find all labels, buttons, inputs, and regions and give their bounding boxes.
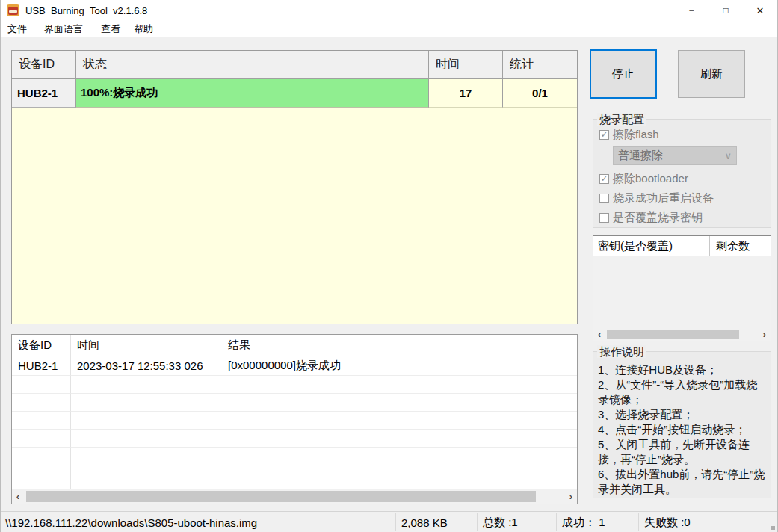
image-path: \\192.168.111.22\downloads\S805-uboot-hi…	[5, 512, 257, 532]
window-controls: − □ ✕	[674, 0, 777, 21]
title-bar: USB_Burning_Tool_v2.1.6.8 − □ ✕	[1, 0, 777, 21]
log-time-cell: 2023-03-17 12:55:33 026	[71, 356, 223, 376]
success-count: 成功： 1	[562, 512, 605, 532]
log-table-header: 设备ID 时间 结果	[12, 335, 577, 356]
reboot-after-success-row: 烧录成功后重启设备	[599, 191, 771, 205]
file-size: 2,088 KB	[401, 512, 448, 532]
instruction-line: 4、点击“开始”按钮启动烧录；	[598, 422, 767, 437]
instruction-line: 6、拔出外置hub前，请先“停止”烧录并关闭工具。	[598, 467, 767, 497]
scroll-left-icon[interactable]: ‹	[593, 328, 605, 341]
device-id-cell: HUB2-1	[12, 79, 76, 108]
key-table-header: 密钥(是否覆盖) 剩余数	[593, 236, 771, 256]
time-cell: 17	[429, 79, 503, 108]
erase-flash-checkbox[interactable]: ✓	[599, 130, 609, 140]
total-count: 总数 :1	[483, 512, 518, 532]
progress-bar-cell: 100%:烧录成功	[76, 79, 429, 108]
stop-button[interactable]: 停止	[590, 49, 657, 99]
menu-file[interactable]: 文件	[1, 21, 34, 37]
scroll-right-icon[interactable]: ›	[565, 490, 577, 503]
header-status: 状态	[76, 51, 429, 79]
log-device-id-cell: HUB2-1	[12, 356, 71, 376]
maximize-icon[interactable]: □	[708, 0, 743, 21]
key-table: 密钥(是否覆盖) 剩余数 ‹ ›	[593, 235, 771, 341]
minimize-icon[interactable]: −	[674, 0, 708, 21]
menu-view[interactable]: 查看	[94, 21, 127, 37]
overwrite-key-row: 是否覆盖烧录密钥	[599, 210, 771, 225]
log-table: 设备ID 时间 结果 HUB2-1 2023-03-17 12:55:33 02…	[11, 334, 578, 504]
key-table-empty-area	[593, 256, 771, 328]
window-title: USB_Burning_Tool_v2.1.6.8	[25, 5, 147, 16]
device-row[interactable]: HUB2-1 100%:烧录成功 17 0/1	[12, 79, 577, 108]
log-empty-row	[12, 412, 577, 430]
overwrite-key-checkbox[interactable]	[599, 213, 609, 223]
erase-flash-label: 擦除flash	[613, 128, 659, 142]
header-key: 密钥(是否覆盖)	[593, 236, 710, 256]
chevron-down-icon: ∨	[724, 150, 732, 161]
header-device-id: 设备ID	[12, 51, 76, 79]
stats-cell: 0/1	[503, 79, 577, 108]
menu-help[interactable]: 帮助	[127, 21, 160, 37]
fail-count: 失败数 :0	[644, 512, 691, 532]
header-time: 时间	[429, 51, 503, 79]
erase-bootloader-row: ✓ 擦除bootloader	[599, 171, 771, 186]
app-window: USB_Burning_Tool_v2.1.6.8 − □ ✕ 文件 界面语言 …	[0, 0, 778, 532]
reboot-after-success-checkbox[interactable]	[599, 194, 609, 203]
log-empty-row	[12, 466, 577, 483]
key-table-scrollbar[interactable]: ‹ ›	[593, 328, 771, 341]
instructions-title: 操作说明	[597, 345, 646, 358]
log-empty-row	[12, 430, 577, 448]
log-header-time: 时间	[71, 335, 223, 356]
close-icon[interactable]: ✕	[743, 0, 777, 21]
scroll-left-icon[interactable]: ‹	[12, 490, 24, 503]
device-table: 设备ID 状态 时间 统计 HUB2-1 100%:烧录成功 17 0/1	[11, 50, 578, 324]
scroll-right-icon[interactable]: ›	[759, 328, 771, 341]
log-empty-row	[12, 394, 577, 412]
app-icon	[7, 4, 19, 16]
log-table-scrollbar[interactable]: ‹ ›	[12, 489, 577, 504]
device-table-header: 设备ID 状态 时间 统计	[12, 51, 577, 79]
erase-mode-value: 普通擦除	[618, 149, 663, 163]
erase-flash-row: ✓ 擦除flash	[599, 127, 771, 142]
erase-mode-select[interactable]: 普通擦除 ∨	[613, 146, 737, 165]
burn-config-title: 烧录配置	[597, 113, 646, 126]
refresh-button[interactable]: 刷新	[678, 50, 745, 98]
log-empty-row	[12, 376, 577, 394]
erase-bootloader-label: 擦除bootloader	[613, 172, 688, 186]
reboot-after-success-label: 烧录成功后重启设备	[613, 191, 714, 205]
burn-config-group: 烧录配置 ✓ 擦除flash 普通擦除 ∨ ✓ 擦除bootloader 烧录成…	[593, 119, 771, 228]
log-result-cell: [0x00000000]烧录成功	[223, 356, 577, 376]
log-row[interactable]: HUB2-1 2023-03-17 12:55:33 026 [0x000000…	[12, 356, 577, 376]
instruction-line: 3、选择烧录配置；	[598, 407, 767, 422]
key-scrollbar-thumb[interactable]	[607, 330, 739, 339]
instructions-group: 操作说明 1、连接好HUB及设备； 2、从“文件”-“导入烧录包”加载烧录镜像；…	[593, 351, 771, 498]
log-header-result: 结果	[223, 335, 577, 356]
status-bar: \\192.168.111.22\downloads\S805-uboot-hi…	[1, 511, 777, 532]
instruction-line: 2、从“文件”-“导入烧录包”加载烧录镜像；	[598, 377, 767, 407]
overwrite-key-label: 是否覆盖烧录密钥	[613, 211, 703, 225]
instruction-line: 5、关闭工具前，先断开设备连接，再“停止”烧录。	[598, 437, 767, 467]
log-header-device-id: 设备ID	[12, 335, 71, 356]
menu-bar: 文件 界面语言 查看 帮助	[1, 21, 777, 37]
header-remaining: 剩余数	[710, 236, 771, 256]
erase-bootloader-checkbox[interactable]: ✓	[599, 174, 609, 184]
device-table-empty-area	[12, 108, 577, 324]
log-scrollbar-thumb[interactable]	[26, 491, 536, 502]
header-stats: 统计	[503, 51, 577, 79]
log-empty-row	[12, 448, 577, 466]
resize-grip[interactable]	[771, 526, 775, 530]
menu-language[interactable]: 界面语言	[37, 21, 90, 37]
instruction-line: 1、连接好HUB及设备；	[598, 362, 767, 377]
